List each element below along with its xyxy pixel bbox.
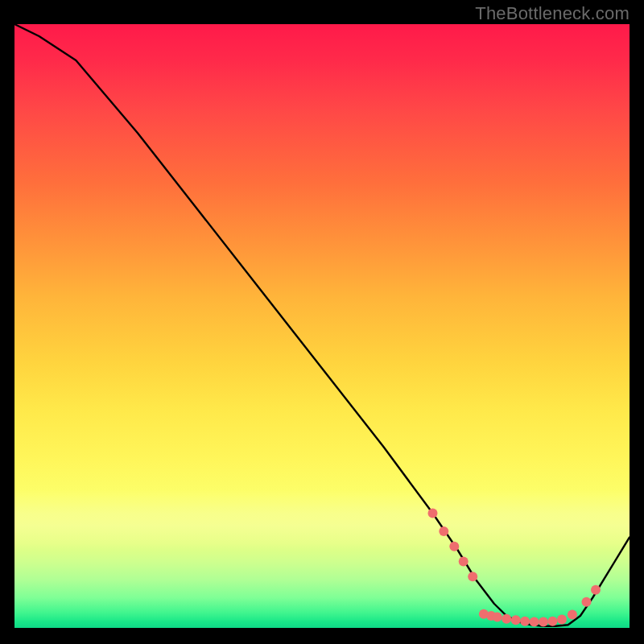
marker-dot bbox=[539, 617, 548, 627]
marker-dot bbox=[530, 617, 539, 627]
marker-dot bbox=[468, 572, 477, 581]
marker-dot bbox=[582, 597, 592, 607]
marker-dot bbox=[568, 610, 577, 620]
watermark-text: TheBottleneck.com bbox=[475, 3, 630, 24]
chart-svg bbox=[14, 24, 630, 628]
marker-dot bbox=[439, 526, 448, 536]
marker-dot bbox=[449, 542, 459, 551]
marker-dot bbox=[502, 614, 511, 624]
marker-dot bbox=[511, 615, 521, 625]
marker-dot bbox=[591, 585, 601, 595]
highlighted-points-group bbox=[428, 509, 601, 627]
plot-area bbox=[14, 24, 630, 628]
marker-dot bbox=[428, 509, 438, 518]
chart-frame: TheBottleneck.com bbox=[0, 0, 644, 644]
marker-dot bbox=[520, 617, 530, 626]
bottleneck-curve-line bbox=[14, 24, 630, 626]
marker-dot bbox=[493, 613, 502, 622]
marker-dot bbox=[548, 617, 558, 626]
marker-dot bbox=[459, 557, 469, 567]
marker-dot bbox=[557, 615, 567, 625]
